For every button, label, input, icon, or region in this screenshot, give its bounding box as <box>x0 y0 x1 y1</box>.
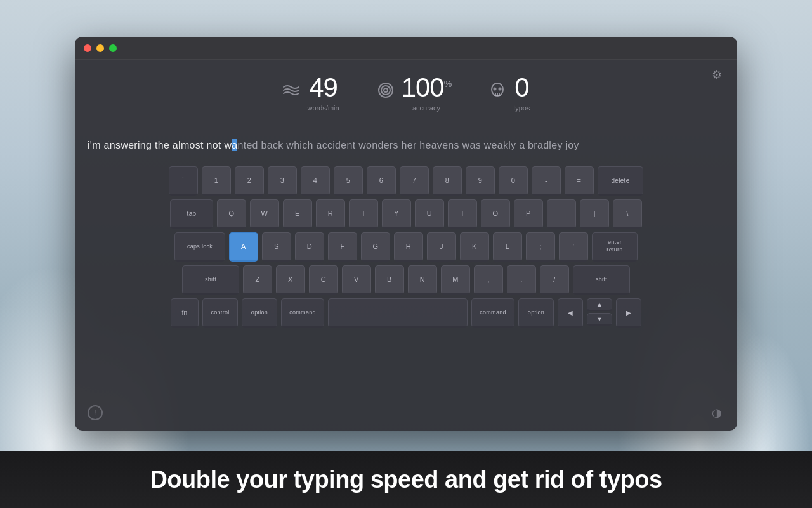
typos-label: typos <box>513 104 530 112</box>
key-rbracket[interactable]: ] <box>580 199 609 229</box>
accuracy-block: 100% accuracy <box>402 72 452 112</box>
key-v[interactable]: V <box>342 265 371 295</box>
key-z[interactable]: Z <box>243 265 272 295</box>
key-i[interactable]: I <box>448 199 477 229</box>
key-shift-right[interactable]: shift <box>573 265 630 295</box>
remaining-text: nted back which accident wonders her hea… <box>237 140 579 150</box>
stats-row: 49 words/min 100% accuracy <box>75 60 737 131</box>
key-g[interactable]: G <box>361 232 390 262</box>
key-quote[interactable]: ' <box>559 232 588 262</box>
key-5[interactable]: 5 <box>334 166 363 196</box>
key-arrow-up[interactable]: ▲ <box>587 298 612 311</box>
zxcv-row: shift Z X C V B N M , . / shift <box>88 265 724 295</box>
wpm-label: words/min <box>308 104 339 112</box>
qwerty-row: tab Q W E R T Y U I O P [ ] \ <box>88 199 724 229</box>
key-semicolon[interactable]: ; <box>526 232 555 262</box>
key-arrow-left[interactable]: ◀ <box>558 298 583 328</box>
bottom-bar: Double your typing speed and get rid of … <box>0 451 812 508</box>
arrow-ud-cluster: ▲ ▼ <box>587 298 612 328</box>
key-equals[interactable]: = <box>565 166 594 196</box>
key-arrow-down[interactable]: ▼ <box>587 313 612 326</box>
key-f[interactable]: F <box>328 232 357 262</box>
chart-button[interactable]: ◑ <box>709 405 724 420</box>
key-3[interactable]: 3 <box>268 166 297 196</box>
key-x[interactable]: X <box>276 265 305 295</box>
key-fn[interactable]: fn <box>171 298 199 328</box>
titlebar <box>75 37 737 60</box>
key-1[interactable]: 1 <box>202 166 231 196</box>
key-n[interactable]: N <box>408 265 437 295</box>
key-space[interactable] <box>328 298 468 328</box>
accuracy-value: 100% <box>402 72 452 103</box>
key-capslock[interactable]: caps lock <box>174 232 225 262</box>
key-o[interactable]: O <box>481 199 510 229</box>
key-r[interactable]: R <box>316 199 345 229</box>
key-delete[interactable]: delete <box>598 166 643 196</box>
key-tab[interactable]: tab <box>170 199 213 229</box>
wpm-stat: 49 words/min <box>282 72 339 112</box>
key-j[interactable]: J <box>427 232 456 262</box>
keyboard: ` 1 2 3 4 5 6 7 8 9 0 - = delete tab Q W… <box>75 166 737 328</box>
key-u[interactable]: U <box>415 199 444 229</box>
info-icon: ! <box>94 408 96 417</box>
bottom-title: Double your typing speed and get rid of … <box>150 466 662 493</box>
key-command-right[interactable]: command <box>471 298 514 328</box>
key-minus[interactable]: - <box>532 166 561 196</box>
key-slash[interactable]: / <box>540 265 569 295</box>
key-m[interactable]: M <box>441 265 470 295</box>
key-option-left[interactable]: option <box>242 298 277 328</box>
key-h[interactable]: H <box>394 232 423 262</box>
key-k[interactable]: K <box>460 232 489 262</box>
key-c[interactable]: C <box>309 265 338 295</box>
key-8[interactable]: 8 <box>433 166 462 196</box>
key-shift-left[interactable]: shift <box>182 265 239 295</box>
key-t[interactable]: T <box>349 199 378 229</box>
app-window: ⚙ 49 words/min <box>75 37 737 431</box>
key-2[interactable]: 2 <box>235 166 264 196</box>
key-d[interactable]: D <box>295 232 324 262</box>
close-button[interactable] <box>84 44 91 52</box>
key-7[interactable]: 7 <box>400 166 429 196</box>
info-button[interactable]: ! <box>88 405 103 420</box>
key-p[interactable]: P <box>514 199 543 229</box>
key-l[interactable]: L <box>493 232 522 262</box>
typing-area: i'm answering the almost not wanted back… <box>75 131 737 166</box>
key-6[interactable]: 6 <box>367 166 396 196</box>
key-a[interactable]: A <box>229 232 258 262</box>
svg-point-4 <box>494 88 497 91</box>
key-y[interactable]: Y <box>382 199 411 229</box>
key-command-left[interactable]: command <box>281 298 324 328</box>
key-period[interactable]: . <box>507 265 536 295</box>
accuracy-stat: 100% accuracy <box>377 72 452 112</box>
key-control[interactable]: control <box>202 298 238 328</box>
key-b[interactable]: B <box>375 265 404 295</box>
typos-value: 0 <box>513 72 530 103</box>
settings-button[interactable]: ⚙ <box>707 65 727 85</box>
number-row: ` 1 2 3 4 5 6 7 8 9 0 - = delete <box>88 166 724 196</box>
key-backslash[interactable]: \ <box>613 199 642 229</box>
skull-icon <box>489 82 506 102</box>
key-4[interactable]: 4 <box>301 166 330 196</box>
minimize-button[interactable] <box>96 44 104 52</box>
key-arrow-right[interactable]: ▶ <box>616 298 641 328</box>
typos-stat: 0 typos <box>489 72 530 112</box>
bottom-row: fn control option command command option… <box>88 298 724 328</box>
key-w[interactable]: W <box>250 199 279 229</box>
key-0[interactable]: 0 <box>499 166 528 196</box>
key-q[interactable]: Q <box>217 199 246 229</box>
key-enter[interactable]: enterreturn <box>592 232 638 262</box>
svg-point-5 <box>499 88 502 91</box>
key-e[interactable]: E <box>283 199 312 229</box>
gear-icon: ⚙ <box>712 68 722 82</box>
target-icon <box>377 82 394 102</box>
key-backtick[interactable]: ` <box>169 166 198 196</box>
key-comma[interactable]: , <box>474 265 503 295</box>
key-9[interactable]: 9 <box>466 166 495 196</box>
maximize-button[interactable] <box>109 44 117 52</box>
wpm-block: 49 words/min <box>308 72 339 112</box>
key-s[interactable]: S <box>262 232 291 262</box>
key-lbracket[interactable]: [ <box>547 199 576 229</box>
wind-icon <box>282 83 300 101</box>
wpm-value: 49 <box>308 72 339 103</box>
key-option-right[interactable]: option <box>518 298 554 328</box>
